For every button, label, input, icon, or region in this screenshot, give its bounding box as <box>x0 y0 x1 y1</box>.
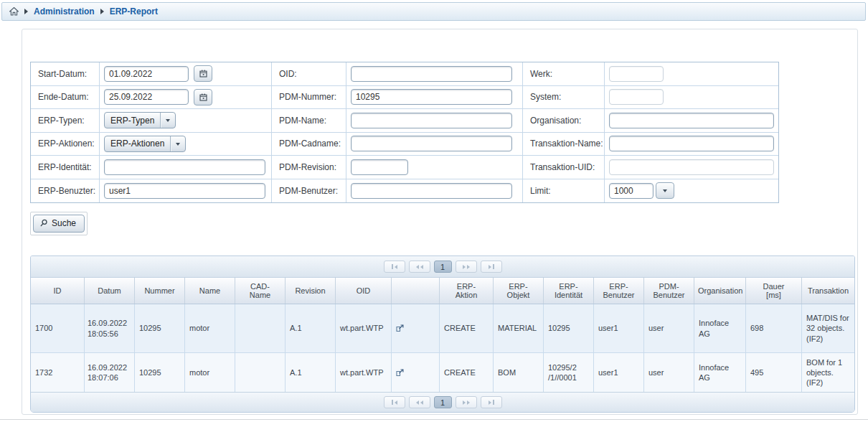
pdm-revision-input[interactable] <box>351 159 408 175</box>
table-row: 1732 16.09.2022 18:07:06 10295 motor A.1… <box>31 353 854 392</box>
pdm-nummer-input[interactable] <box>351 89 512 105</box>
pdm-cadname-input[interactable] <box>351 136 512 151</box>
transaktion-name-input[interactable] <box>609 136 774 151</box>
cell-erp-benutzer: user1 <box>594 353 644 392</box>
cell-id: 1732 <box>31 353 85 392</box>
cell-cad-name <box>235 304 286 352</box>
ende-datum-calendar-button[interactable] <box>194 89 212 106</box>
transaktion-uid-input[interactable] <box>609 159 774 175</box>
transaktion-uid-label: Transaktion-UID: <box>523 156 605 179</box>
cell-erp-benutzer: user1 <box>594 304 644 352</box>
cell-nummer: 10295 <box>135 353 185 392</box>
breadcrumb-separator-icon <box>100 9 104 14</box>
pdm-benutzer-label: PDM-Benutzer: <box>272 179 346 203</box>
cell-link <box>392 353 440 392</box>
cell-erp-objekt: BOM <box>494 353 544 392</box>
cell-oid: wt.part.WTP <box>336 353 392 392</box>
col-header-nummer: Nummer <box>135 278 185 304</box>
open-link-icon[interactable] <box>396 369 404 377</box>
ende-datum-label: Ende-Datum: <box>31 86 100 110</box>
start-datum-label: Start-Datum: <box>31 62 100 86</box>
col-header-erp-identitaet: ERP- Identität <box>544 278 594 304</box>
erp-identitaet-input[interactable] <box>104 159 265 175</box>
cell-organisation: Innoface AG <box>694 353 746 392</box>
pagination-prev-button[interactable] <box>409 396 430 408</box>
cell-erp-aktion: CREATE <box>440 304 494 352</box>
pdm-revision-label: PDM-Revision: <box>272 156 346 179</box>
system-input[interactable] <box>609 89 664 105</box>
erp-typen-dropdown[interactable]: ERP-Typen <box>104 112 176 128</box>
col-header-link <box>392 278 440 304</box>
col-header-revision: Revision <box>286 278 336 304</box>
start-datum-input[interactable] <box>104 66 189 82</box>
pagination-prev-button[interactable] <box>409 261 430 273</box>
erp-identitaet-label: ERP-Identität: <box>31 156 100 179</box>
open-link-icon[interactable] <box>396 324 404 332</box>
cell-name: motor <box>185 304 235 352</box>
cell-name: motor <box>185 353 235 392</box>
col-header-erp-aktion: ERP- Aktion <box>440 278 494 304</box>
erp-typen-label: ERP-Typen: <box>31 109 100 133</box>
breadcrumb-separator-icon <box>24 9 28 14</box>
cell-cad-name <box>235 353 286 392</box>
pagination-page-button[interactable]: 1 <box>434 261 452 273</box>
pagination-page-button[interactable]: 1 <box>434 396 452 408</box>
cell-revision: A.1 <box>286 304 336 352</box>
pagination-last-button[interactable] <box>481 396 502 408</box>
limit-label: Limit: <box>523 179 605 203</box>
cell-pdm-benutzer: user <box>644 353 694 392</box>
cell-nummer: 10295 <box>135 304 185 352</box>
start-datum-calendar-button[interactable] <box>194 65 212 82</box>
pagination-last-button[interactable] <box>481 261 502 273</box>
erp-aktionen-dropdown[interactable]: ERP-Aktionen <box>104 136 186 152</box>
results-table: 1 ID Datum Nummer Name CAD- Name Revisio… <box>30 255 855 413</box>
cell-dauer: 698 <box>746 304 802 352</box>
pdm-benutzer-input[interactable] <box>351 183 512 199</box>
pdm-name-label: PDM-Name: <box>272 109 346 133</box>
cell-oid: wt.part.WTP <box>336 304 392 352</box>
home-icon[interactable] <box>9 7 19 16</box>
breadcrumb: Administration ERP-Report <box>1 2 866 21</box>
pagination-first-button[interactable] <box>384 396 405 408</box>
limit-value: 1000 <box>609 183 654 199</box>
col-header-name: Name <box>185 278 235 304</box>
pdm-name-input[interactable] <box>351 113 512 128</box>
cell-erp-aktion: CREATE <box>440 353 494 392</box>
search-toolbar: Suche <box>30 212 88 235</box>
breadcrumb-erp-report[interactable]: ERP-Report <box>110 6 158 17</box>
pdm-cadname-label: PDM-Cadname: <box>272 133 346 156</box>
erp-benutzer-input[interactable] <box>104 183 265 199</box>
breadcrumb-administration[interactable]: Administration <box>34 6 95 17</box>
cell-transaktion: BOM for 1 objects. (IF2) <box>802 353 854 392</box>
col-header-pdm-benutzer: PDM- Benutzer <box>644 278 694 304</box>
pagination-next-button[interactable] <box>456 261 477 273</box>
cell-revision: A.1 <box>286 353 336 392</box>
ende-datum-input[interactable] <box>104 89 189 105</box>
werk-input[interactable] <box>609 66 664 82</box>
pagination-first-button[interactable] <box>384 261 405 273</box>
werk-label: Werk: <box>523 62 605 86</box>
cell-erp-objekt: MATERIAL <box>494 304 544 352</box>
cell-datum: 16.09.2022 18:05:56 <box>85 304 135 352</box>
cell-erp-identitaet: 10295/2 /1//0001 <box>544 353 594 392</box>
table-row: 1700 16.09.2022 18:05:56 10295 motor A.1… <box>31 304 854 353</box>
table-header-row: ID Datum Nummer Name CAD- Name Revision … <box>31 278 854 304</box>
calendar-icon <box>199 93 207 101</box>
cell-pdm-benutzer: user <box>644 304 694 352</box>
transaktion-name-label: Transaktion-Name: <box>523 133 605 156</box>
pagination-next-button[interactable] <box>456 396 477 408</box>
col-header-organisation: Organisation <box>694 278 746 304</box>
limit-dropdown[interactable]: 1000 <box>609 182 674 199</box>
cell-id: 1700 <box>31 304 85 352</box>
col-header-datum: Datum <box>85 278 135 304</box>
col-header-dauer: Dauer [ms] <box>746 278 802 304</box>
col-header-id: ID <box>31 278 85 304</box>
limit-dropdown-button[interactable] <box>656 182 674 199</box>
oid-label: OID: <box>272 62 346 86</box>
organisation-input[interactable] <box>609 113 774 128</box>
organisation-label: Organisation: <box>523 109 605 133</box>
cell-organisation: Innoface AG <box>694 304 746 352</box>
oid-input[interactable] <box>351 66 512 82</box>
chevron-down-icon <box>176 143 180 148</box>
search-button[interactable]: Suche <box>33 215 85 233</box>
